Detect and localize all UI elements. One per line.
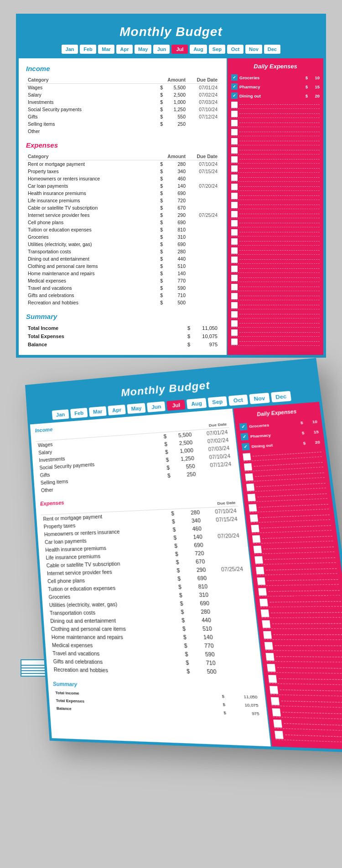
- daily-checkbox-empty[interactable]: [246, 483, 254, 491]
- month-tab-jan[interactable]: Jan: [52, 409, 69, 420]
- daily-empty-row: [275, 729, 342, 743]
- daily-checkbox-empty[interactable]: [231, 266, 238, 272]
- daily-checkbox-empty[interactable]: [231, 111, 238, 117]
- daily-checkbox-empty[interactable]: [231, 120, 238, 126]
- month-tab-feb[interactable]: Feb: [70, 408, 88, 418]
- daily-checkbox[interactable]: [240, 433, 249, 440]
- daily-empty-row: [231, 174, 320, 182]
- daily-checkbox[interactable]: [231, 92, 238, 99]
- month-tab-jun[interactable]: Jun: [147, 401, 166, 412]
- daily-checkbox-empty[interactable]: [231, 302, 238, 308]
- daily-checkbox-empty[interactable]: [231, 202, 238, 208]
- month-tab-may[interactable]: May: [127, 403, 146, 414]
- daily-checkbox-empty[interactable]: [271, 697, 280, 705]
- month-tab-apr[interactable]: Apr: [116, 45, 133, 54]
- daily-line: [239, 168, 320, 169]
- daily-checkbox-empty[interactable]: [249, 504, 257, 512]
- daily-checkbox-empty[interactable]: [231, 102, 238, 108]
- income-section-title: Income: [26, 65, 219, 72]
- month-tab-nov[interactable]: Nov: [245, 45, 262, 54]
- page-title: Monthly Budget: [23, 25, 319, 39]
- daily-checkbox-empty[interactable]: [251, 524, 259, 532]
- daily-empty-row: [251, 521, 332, 533]
- month-tab-oct[interactable]: Oct: [227, 45, 244, 54]
- daily-checkbox-empty[interactable]: [259, 598, 268, 606]
- month-tab-jun[interactable]: Jun: [153, 45, 170, 54]
- daily-empty-row: [231, 192, 320, 200]
- left-column: Income Category Amount Due Date Wages $ …: [19, 58, 228, 355]
- daily-checkbox-empty[interactable]: [273, 719, 282, 728]
- daily-checkbox-empty[interactable]: [231, 339, 238, 345]
- month-tab-aug[interactable]: Aug: [187, 398, 207, 409]
- month-tab-jul[interactable]: Jul: [171, 45, 188, 54]
- daily-empty-row: [264, 641, 342, 652]
- daily-checkbox[interactable]: [231, 74, 238, 81]
- month-tab-nov[interactable]: Nov: [249, 393, 269, 404]
- table-row: Total Expenses $ 10,075: [26, 332, 219, 340]
- month-tab-dec[interactable]: Dec: [264, 45, 280, 54]
- daily-checkbox-empty[interactable]: [263, 631, 272, 639]
- daily-checkbox-empty[interactable]: [231, 138, 238, 144]
- daily-item-dollar: $: [303, 441, 306, 445]
- daily-checkbox-empty[interactable]: [254, 545, 262, 553]
- daily-checkbox-empty[interactable]: [231, 129, 238, 135]
- daily-checkbox-empty[interactable]: [250, 514, 258, 522]
- daily-checkbox-empty[interactable]: [262, 620, 270, 628]
- month-tab-mar[interactable]: Mar: [98, 45, 114, 54]
- month-tab-oct[interactable]: Oct: [228, 395, 249, 406]
- month-tab-sep[interactable]: Sep: [207, 396, 227, 408]
- daily-checkbox-empty[interactable]: [268, 675, 277, 683]
- daily-checkbox-empty[interactable]: [247, 493, 255, 501]
- daily-checkbox-empty[interactable]: [244, 463, 252, 471]
- daily-expense-row: Dining out $ 20: [231, 92, 320, 100]
- daily-checkbox-empty[interactable]: [231, 211, 238, 217]
- month-tab-dec[interactable]: Dec: [271, 391, 291, 402]
- daily-checkbox-empty[interactable]: [269, 686, 278, 693]
- daily-checkbox-empty[interactable]: [252, 535, 260, 543]
- daily-checkbox-empty[interactable]: [272, 708, 280, 716]
- daily-checkbox-empty[interactable]: [243, 453, 251, 461]
- daily-line: [239, 104, 320, 105]
- daily-checkbox-empty[interactable]: [257, 577, 266, 585]
- daily-checkbox-empty[interactable]: [231, 220, 238, 226]
- month-tab-jul[interactable]: Jul: [167, 400, 186, 411]
- daily-checkbox-empty[interactable]: [258, 588, 267, 596]
- daily-checkbox-empty[interactable]: [231, 229, 238, 236]
- daily-checkbox-empty[interactable]: [231, 193, 238, 199]
- daily-checkbox-empty[interactable]: [254, 556, 263, 564]
- daily-checkbox-empty[interactable]: [231, 329, 238, 336]
- month-tab-jan[interactable]: Jan: [62, 45, 78, 54]
- month-tab-mar[interactable]: Mar: [89, 406, 107, 417]
- daily-empty-row: [231, 301, 320, 309]
- daily-checkbox-empty[interactable]: [231, 247, 238, 254]
- daily-checkbox-empty[interactable]: [266, 652, 275, 660]
- daily-checkbox-empty[interactable]: [245, 473, 253, 481]
- daily-checkbox-empty[interactable]: [275, 730, 283, 739]
- daily-checkbox-empty[interactable]: [256, 566, 264, 574]
- daily-checkbox-empty[interactable]: [231, 284, 238, 290]
- month-tab-apr[interactable]: Apr: [108, 405, 126, 416]
- daily-checkbox-empty[interactable]: [231, 257, 238, 263]
- month-tab-aug[interactable]: Aug: [190, 45, 207, 54]
- daily-checkbox-empty[interactable]: [231, 156, 238, 163]
- daily-checkbox-empty[interactable]: [231, 165, 238, 172]
- daily-checkbox-empty[interactable]: [231, 320, 238, 327]
- daily-checkbox-empty[interactable]: [261, 609, 269, 617]
- daily-checkbox[interactable]: [231, 83, 238, 90]
- daily-checkbox-empty[interactable]: [231, 175, 238, 181]
- daily-checkbox-empty[interactable]: [231, 184, 238, 190]
- daily-checkbox-empty[interactable]: [231, 275, 238, 281]
- daily-checkbox[interactable]: [239, 423, 248, 430]
- daily-checkbox-empty[interactable]: [231, 238, 238, 245]
- daily-checkbox-empty[interactable]: [231, 147, 238, 154]
- daily-checkbox[interactable]: [242, 443, 250, 450]
- daily-checkbox-empty[interactable]: [231, 293, 238, 299]
- table-row: Medical expenses $ 770: [50, 641, 254, 650]
- daily-line: [239, 177, 320, 178]
- daily-checkbox-empty[interactable]: [264, 642, 273, 649]
- daily-checkbox-empty[interactable]: [231, 311, 238, 318]
- daily-checkbox-empty[interactable]: [267, 663, 275, 671]
- month-tab-may[interactable]: May: [135, 45, 151, 54]
- month-tab-feb[interactable]: Feb: [80, 45, 96, 54]
- month-tab-sep[interactable]: Sep: [209, 45, 225, 54]
